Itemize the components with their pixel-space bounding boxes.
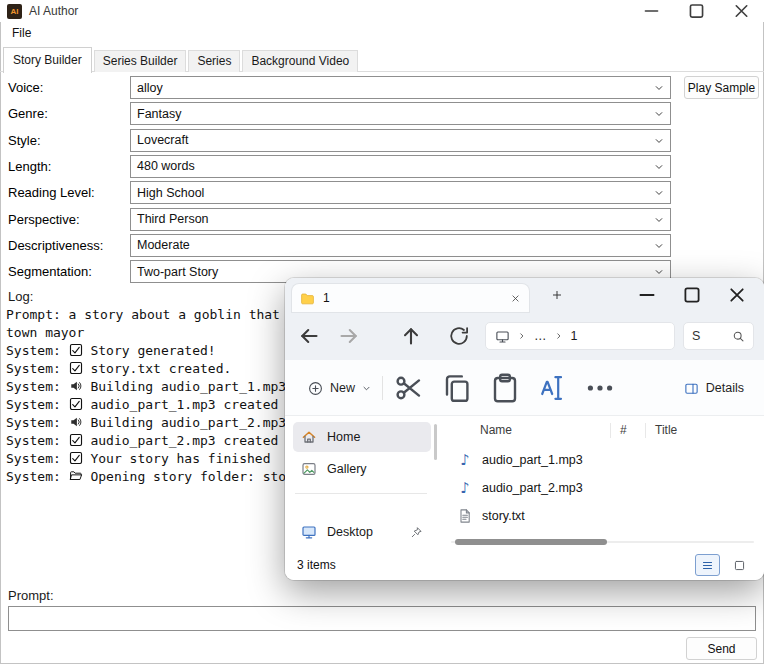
column-header-name[interactable]: Name xyxy=(480,423,512,437)
log-line-prefix: System: xyxy=(6,397,69,412)
command-bar: New Details xyxy=(285,360,764,416)
log-line-text: audio_part_2.mp3 created xyxy=(90,433,278,448)
screen: AI AI Author File Story BuilderSeries Bu… xyxy=(0,0,764,664)
maximize-button[interactable] xyxy=(674,0,719,22)
copy-button[interactable] xyxy=(441,372,473,404)
breadcrumb-ellipsis[interactable]: … xyxy=(534,329,547,343)
length-combobox[interactable]: 480 words xyxy=(130,155,671,178)
forward-button[interactable] xyxy=(337,324,361,348)
menu-file[interactable]: File xyxy=(5,24,38,42)
log-line-text: Prompt: a story about a goblin that xyxy=(6,307,280,322)
chevron-down-icon xyxy=(654,162,664,172)
perspective-combobox[interactable]: Third Person xyxy=(130,208,671,231)
form-row: Reading Level:High School xyxy=(0,181,764,204)
sidebar-item-label: Desktop xyxy=(327,525,400,539)
genre-combobox[interactable]: Fantasy xyxy=(130,102,671,125)
tab-series-builder[interactable]: Series Builder xyxy=(94,50,187,72)
chevron-down-icon xyxy=(654,188,664,198)
cut-button[interactable] xyxy=(393,372,425,404)
send-button[interactable]: Send xyxy=(686,637,757,660)
details-pane-icon xyxy=(684,381,699,396)
descriptiveness-combobox[interactable]: Moderate xyxy=(130,234,671,257)
field-label-perspective: Perspective: xyxy=(8,212,80,227)
tab-story-builder[interactable]: Story Builder xyxy=(3,47,92,73)
address-bar[interactable]: … 1 xyxy=(485,322,675,350)
sidebar-scrollbar[interactable] xyxy=(434,424,437,460)
file-list: ♪audio_part_1.mp3♪audio_part_2.mp3story.… xyxy=(445,446,764,530)
chevron-right-icon xyxy=(554,331,564,341)
sidebar-item-home[interactable]: Home xyxy=(293,422,431,452)
close-button[interactable] xyxy=(719,0,764,22)
chevron-down-icon xyxy=(362,384,371,393)
rename-button[interactable] xyxy=(537,372,569,404)
scrollbar-thumb[interactable] xyxy=(455,539,607,545)
tab-close-icon[interactable] xyxy=(510,293,521,304)
chevron-down-icon xyxy=(654,267,664,277)
refresh-button[interactable] xyxy=(447,324,471,348)
paste-button[interactable] xyxy=(489,372,521,404)
new-tab-button[interactable] xyxy=(551,289,563,301)
field-label-style: Style: xyxy=(8,133,41,148)
horizontal-scrollbar[interactable] xyxy=(451,539,754,545)
minimize-button[interactable] xyxy=(629,0,674,22)
icons-view-button[interactable] xyxy=(727,554,752,576)
new-button-label: New xyxy=(330,381,355,395)
grid-view-icon xyxy=(733,559,746,572)
reading-level-combobox[interactable]: High School xyxy=(130,181,671,204)
explorer-minimize-button[interactable] xyxy=(630,283,664,307)
log-line-prefix: System: xyxy=(6,361,69,376)
tab-background-video[interactable]: Background Video xyxy=(242,50,358,72)
search-text: S xyxy=(692,329,700,343)
list-view-button[interactable] xyxy=(695,554,720,576)
more-options-button[interactable] xyxy=(584,372,616,404)
explorer-close-button[interactable] xyxy=(720,283,754,307)
tab-series[interactable]: Series xyxy=(188,50,240,72)
play-sample-button[interactable]: Play Sample xyxy=(684,76,759,99)
sidebar-item-label: Home xyxy=(327,430,423,444)
check-icon xyxy=(69,343,83,357)
style-combobox[interactable]: Lovecraft xyxy=(130,129,671,152)
sidebar-item-gallery[interactable]: Gallery xyxy=(293,454,431,484)
details-button-label: Details xyxy=(706,381,744,395)
log-line-text: story.txt created. xyxy=(90,361,231,376)
chevron-down-icon xyxy=(654,83,664,93)
column-header-row: Name#Title xyxy=(445,416,764,446)
log-line-text: town mayor xyxy=(6,325,84,340)
combobox-value: Lovecraft xyxy=(137,133,188,147)
field-label-genre: Genre: xyxy=(8,106,48,121)
field-label-segmentation: Segmentation: xyxy=(8,264,92,279)
voice-combobox[interactable]: alloy xyxy=(130,76,671,99)
column-header-title[interactable]: Title xyxy=(655,423,677,437)
file-row-audio-part-1-mp3[interactable]: ♪audio_part_1.mp3 xyxy=(445,446,764,474)
details-button[interactable]: Details xyxy=(674,372,754,404)
search-box[interactable]: S xyxy=(683,322,754,350)
back-button[interactable] xyxy=(297,324,321,348)
combobox-value: 480 words xyxy=(137,159,195,173)
prompt-input[interactable] xyxy=(8,606,756,631)
combobox-value: Third Person xyxy=(137,212,209,226)
sidebar-item-desktop[interactable]: Desktop xyxy=(293,517,431,547)
toolbar-divider xyxy=(382,376,383,400)
plus-circle-icon xyxy=(308,381,323,396)
explorer-tab[interactable]: 1 xyxy=(292,284,529,312)
file-name: story.txt xyxy=(482,509,525,523)
audio-icon: ♪ xyxy=(457,452,473,468)
form-row: Genre:Fantasy xyxy=(0,102,764,125)
form-row: Descriptiveness:Moderate xyxy=(0,234,764,257)
audio-icon: ♪ xyxy=(457,480,473,496)
column-header-col1[interactable]: # xyxy=(620,423,627,437)
explorer-maximize-button[interactable] xyxy=(675,283,709,307)
up-button[interactable] xyxy=(399,324,423,348)
file-row-story-txt[interactable]: story.txt xyxy=(445,502,764,530)
column-divider xyxy=(645,423,646,438)
text-icon xyxy=(457,508,473,524)
breadcrumb-current[interactable]: 1 xyxy=(571,329,578,343)
new-button[interactable]: New xyxy=(297,372,382,404)
file-row-audio-part-2-mp3[interactable]: ♪audio_part_2.mp3 xyxy=(445,474,764,502)
menu-bar: File xyxy=(0,22,764,44)
prompt-label: Prompt: xyxy=(8,588,54,603)
check-icon xyxy=(69,397,83,411)
log-label: Log: xyxy=(8,289,33,304)
sidebar-item-label: Gallery xyxy=(327,462,423,476)
check-icon xyxy=(69,451,83,465)
